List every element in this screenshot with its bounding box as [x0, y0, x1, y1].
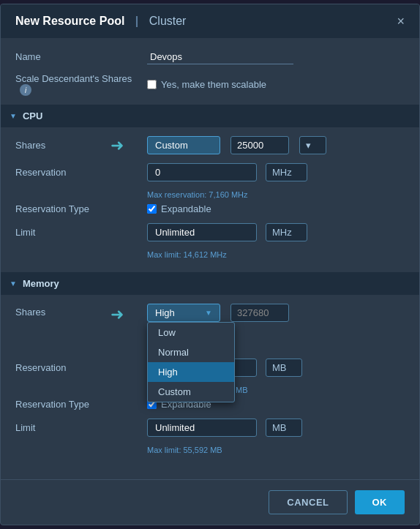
memory-limit-unit-select[interactable]: MB [266, 419, 302, 437]
cpu-reservation-type-row: Reservation Type Expandable [15, 203, 405, 214]
memory-section-content: Shares ➜ High ▼ Low Normal [15, 301, 405, 462]
cpu-limit-control: Unlimited MHz [147, 223, 405, 241]
memory-shares-label: Shares [15, 307, 147, 318]
dialog-body: Name Scale Descendant's Shares i Yes, ma… [1, 38, 419, 474]
cpu-limit-select-wrapper: Unlimited [147, 223, 257, 241]
memory-shares-number-input[interactable] [230, 304, 289, 322]
memory-limit-unit-wrapper: MB [261, 419, 302, 437]
memory-section-label: Memory [23, 278, 59, 289]
name-control [147, 50, 405, 64]
memory-reservation-unit-select[interactable]: MB [266, 359, 302, 377]
cpu-limit-select[interactable]: Unlimited [147, 223, 257, 241]
cpu-limit-row: Limit Unlimited MHz [15, 223, 405, 241]
memory-shares-control: ➜ High ▼ Low Normal High Custom [147, 304, 405, 322]
cpu-arrow-icon: ➜ [110, 136, 124, 155]
scale-checkbox[interactable] [147, 80, 157, 89]
name-label: Name [15, 51, 147, 62]
memory-shares-dropdown-container: High ▼ Low Normal High Custom [147, 304, 220, 322]
cpu-reservation-select[interactable]: 0 [147, 163, 257, 181]
memory-limit-label: Limit [15, 422, 147, 433]
cancel-button[interactable]: CANCEL [269, 490, 347, 514]
memory-shares-option-low[interactable]: Low [148, 323, 234, 342]
memory-limit-select-wrapper: Unlimited [147, 419, 257, 437]
cpu-shares-select-wrapper: Custom Low Normal High [147, 136, 220, 154]
cpu-limit-unit-select[interactable]: MHz [266, 223, 307, 241]
cpu-shares-select[interactable]: Custom Low Normal High [147, 136, 220, 154]
memory-shares-current-value: High [155, 307, 199, 318]
cpu-max-limit-text: Max limit: 14,612 MHz [15, 250, 405, 259]
scale-row: Scale Descendant's Shares i Yes, make th… [15, 73, 405, 97]
cpu-reservation-row: Reservation 0 MHz [15, 163, 405, 181]
memory-shares-row: Shares ➜ High ▼ Low Normal [15, 304, 405, 322]
cpu-chevron-icon[interactable]: ▼ [10, 112, 17, 120]
info-icon[interactable]: i [20, 84, 31, 96]
cpu-expandable-label[interactable]: Expandable [147, 203, 211, 214]
cpu-shares-control: ➜ Custom Low Normal High ▾ [147, 136, 405, 154]
cpu-shares-expand-wrapper: ▾ [295, 136, 326, 154]
cpu-limit-unit-wrapper: MHz [261, 223, 307, 241]
close-button[interactable]: × [397, 15, 405, 28]
cpu-max-reservation-text: Max reservation: 7,160 MHz [15, 190, 405, 199]
cpu-shares-number-input[interactable] [230, 136, 289, 154]
memory-limit-row: Limit Unlimited MB [15, 419, 405, 437]
memory-shares-option-normal[interactable]: Normal [148, 342, 234, 362]
memory-section-header: ▼ Memory [1, 272, 419, 295]
cpu-shares-row: Shares ➜ Custom Low Normal High [15, 136, 405, 154]
new-resource-pool-dialog: New Resource Pool | Cluster × Name Scale… [0, 4, 420, 526]
memory-shares-dropdown-trigger[interactable]: High ▼ [147, 304, 220, 322]
cpu-shares-expand-select[interactable]: ▾ [299, 136, 326, 154]
scale-control: Yes, make them scalable [147, 79, 405, 90]
memory-limit-control: Unlimited MB [147, 419, 405, 437]
title-cluster: Cluster [149, 15, 187, 27]
memory-shares-option-high[interactable]: High [148, 362, 234, 382]
cpu-reservation-select-wrapper: 0 [147, 163, 257, 181]
cpu-reservation-unit-select[interactable]: MHz [266, 163, 307, 181]
memory-shares-dropdown-menu: Low Normal High Custom [147, 322, 235, 402]
scale-checkbox-label[interactable]: Yes, make them scalable [147, 79, 266, 90]
cpu-reservation-control: 0 MHz [147, 163, 405, 181]
memory-max-limit-text: Max limit: 55,592 MB [15, 446, 405, 454]
cpu-section-label: CPU [23, 110, 42, 121]
memory-shares-dropdown-arrow: ▼ [205, 309, 212, 317]
title-main: New Resource Pool [15, 15, 124, 27]
memory-chevron-icon[interactable]: ▼ [10, 279, 17, 288]
cpu-reservation-type-label: Reservation Type [15, 203, 147, 214]
dialog-title: New Resource Pool | Cluster [15, 15, 186, 28]
cpu-section-content: Shares ➜ Custom Low Normal High [15, 133, 405, 266]
memory-shares-option-custom[interactable]: Custom [148, 382, 234, 402]
scale-label: Scale Descendant's Shares i [15, 73, 147, 97]
cpu-reservation-type-control: Expandable [147, 203, 405, 214]
memory-reservation-type-label: Reservation Type [15, 399, 147, 410]
cpu-reservation-unit-wrapper: MHz [261, 163, 307, 181]
memory-reservation-unit-wrapper: MB [261, 359, 302, 377]
name-input[interactable] [147, 50, 293, 64]
cpu-expandable-checkbox[interactable] [147, 204, 157, 214]
memory-reservation-label: Reservation [15, 362, 147, 373]
cpu-reservation-label: Reservation [15, 167, 147, 178]
cpu-section-header: ▼ CPU [1, 105, 419, 127]
memory-limit-select[interactable]: Unlimited [147, 419, 257, 437]
cpu-shares-label: Shares [15, 140, 147, 151]
title-separator: | [135, 15, 138, 27]
name-row: Name [15, 50, 405, 64]
cpu-limit-label: Limit [15, 227, 147, 238]
ok-button[interactable]: OK [355, 490, 405, 514]
dialog-footer: CANCEL OK [1, 479, 419, 525]
memory-arrow-icon: ➜ [110, 305, 124, 324]
dialog-header: New Resource Pool | Cluster × [1, 4, 419, 38]
